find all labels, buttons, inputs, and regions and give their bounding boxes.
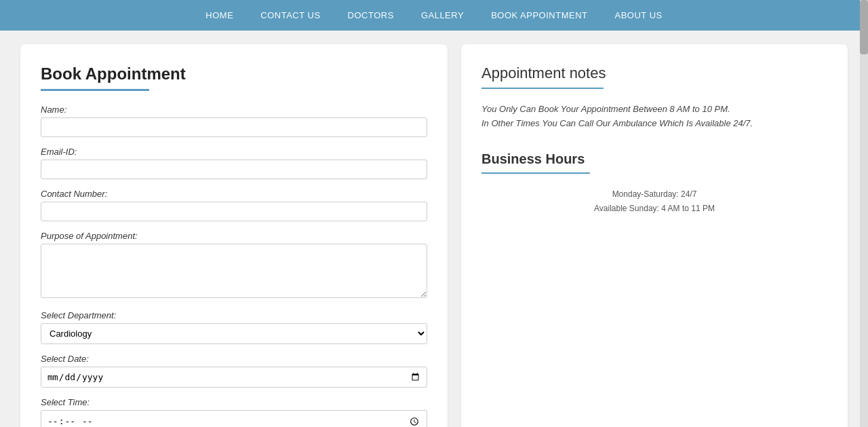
appointment-note-line2: In Other Times You Can Call Our Ambulanc… xyxy=(481,118,753,128)
nav-contact[interactable]: CONTACT US xyxy=(260,10,320,20)
date-group: Select Date: xyxy=(41,354,427,388)
name-group: Name: xyxy=(41,105,427,137)
contact-group: Contact Number: xyxy=(41,189,427,221)
scrollbar-thumb[interactable] xyxy=(860,0,868,54)
department-select[interactable]: Cardiology Neurology Orthopedics Dermato… xyxy=(41,323,427,344)
time-label: Select Time: xyxy=(41,397,427,407)
contact-input[interactable] xyxy=(41,202,427,221)
time-input[interactable] xyxy=(41,410,427,427)
purpose-label: Purpose of Appointment: xyxy=(41,231,427,241)
date-input[interactable] xyxy=(41,367,427,388)
info-panel: Appointment notes You Only Can Book Your… xyxy=(461,44,848,427)
appointment-note: You Only Can Book Your Appointment Betwe… xyxy=(481,103,827,131)
appointment-notes-title: Appointment notes xyxy=(481,64,827,82)
nav-gallery[interactable]: GALLERY xyxy=(421,10,464,20)
business-hours-underline xyxy=(481,172,590,174)
purpose-group: Purpose of Appointment: xyxy=(41,231,427,301)
main-nav: HOME CONTACT US DOCTORS GALLERY BOOK APP… xyxy=(0,0,868,31)
book-appointment-panel: Book Appointment Name: Email-ID: Contact… xyxy=(20,44,448,427)
name-label: Name: xyxy=(41,105,427,115)
business-hours-title: Business Hours xyxy=(481,151,827,167)
title-underline xyxy=(41,89,149,91)
page-title: Book Appointment xyxy=(41,64,427,83)
nav-about[interactable]: ABOUT US xyxy=(614,10,662,20)
scrollbar[interactable] xyxy=(860,0,868,427)
contact-label: Contact Number: xyxy=(41,189,427,199)
email-label: Email-ID: xyxy=(41,147,427,157)
name-input[interactable] xyxy=(41,117,427,137)
time-group: Select Time: xyxy=(41,397,427,427)
business-hours-text: Monday-Saturday: 24/7 Available Sunday: … xyxy=(481,187,827,217)
hours-line2: Available Sunday: 4 AM to 11 PM xyxy=(481,202,827,217)
email-group: Email-ID: xyxy=(41,147,427,179)
nav-book-appointment[interactable]: BOOK APPOINTMENT xyxy=(491,10,587,20)
date-label: Select Date: xyxy=(41,354,427,364)
purpose-textarea[interactable] xyxy=(41,244,427,298)
notes-underline xyxy=(481,88,604,89)
hours-line1: Monday-Saturday: 24/7 xyxy=(481,187,827,202)
department-group: Select Department: Cardiology Neurology … xyxy=(41,310,427,344)
nav-home[interactable]: HOME xyxy=(205,10,233,20)
nav-doctors[interactable]: DOCTORS xyxy=(348,10,394,20)
email-input[interactable] xyxy=(41,160,427,179)
department-label: Select Department: xyxy=(41,310,427,320)
appointment-note-line1: You Only Can Book Your Appointment Betwe… xyxy=(481,104,730,114)
